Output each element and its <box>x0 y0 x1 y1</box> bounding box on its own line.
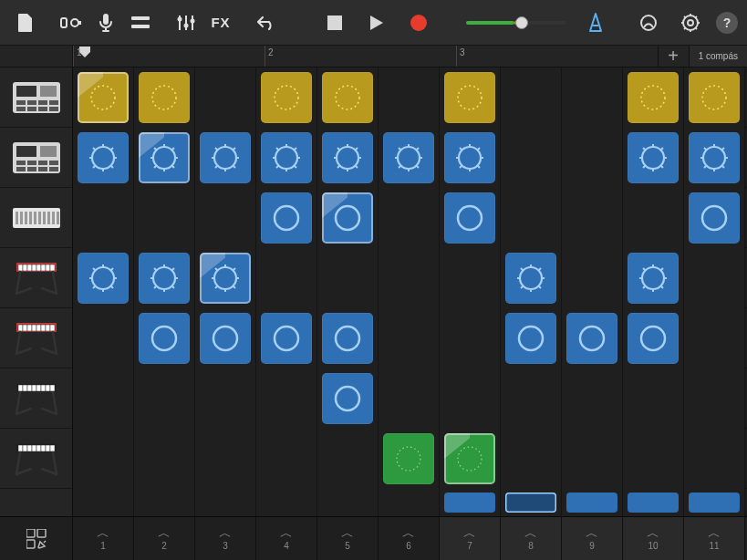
loop-cell[interactable] <box>444 132 495 183</box>
loop-cell[interactable] <box>261 192 312 244</box>
grid-cell[interactable] <box>562 248 623 308</box>
grid-cell[interactable] <box>317 248 379 308</box>
loop-cell[interactable] <box>444 433 495 484</box>
grid-cell[interactable] <box>684 128 745 188</box>
grid-cell[interactable] <box>379 308 440 368</box>
loop-cell[interactable] <box>628 72 679 123</box>
loop-cell[interactable] <box>444 192 495 244</box>
grid-cell[interactable] <box>134 128 195 188</box>
grid-cell[interactable] <box>562 489 623 516</box>
play-button[interactable] <box>360 6 393 39</box>
loop-cell[interactable] <box>566 313 617 364</box>
loop-cell[interactable] <box>322 72 373 123</box>
grid-cell[interactable] <box>73 67 134 128</box>
loop-cell[interactable] <box>689 132 740 183</box>
mixer-button[interactable] <box>170 6 202 39</box>
grid-cell[interactable] <box>195 248 256 308</box>
grid-cell[interactable] <box>195 188 256 248</box>
column-trigger[interactable]: ︿4 <box>256 517 317 560</box>
loop-cell[interactable] <box>628 132 679 183</box>
grid-cell[interactable] <box>440 489 501 516</box>
column-trigger[interactable]: ︿2 <box>134 517 195 560</box>
column-trigger[interactable]: ︿9 <box>562 517 623 560</box>
help-button[interactable]: ? <box>716 12 738 34</box>
grid-cell[interactable] <box>256 188 317 248</box>
grid-cell[interactable] <box>501 248 562 308</box>
fx-button[interactable]: FX <box>204 6 237 39</box>
grid-cell[interactable] <box>73 248 134 308</box>
grid-cell[interactable] <box>684 67 745 128</box>
column-trigger[interactable]: ︿1 <box>73 517 134 560</box>
grid-cell[interactable] <box>256 67 317 128</box>
add-section-button[interactable]: + <box>658 46 689 67</box>
grid-cell[interactable] <box>195 368 256 429</box>
settings-button[interactable] <box>674 6 707 39</box>
grid-cell[interactable] <box>134 308 195 368</box>
grid-cell[interactable] <box>684 308 745 368</box>
track-header-keyboard-dark-1[interactable] <box>0 368 72 429</box>
grid-cell[interactable] <box>256 489 317 516</box>
grid-cell[interactable] <box>256 128 317 188</box>
grid-cell[interactable] <box>684 429 745 489</box>
grid-cell[interactable] <box>256 429 317 489</box>
grid-cell[interactable] <box>440 67 501 128</box>
loop-cell[interactable] <box>261 313 312 364</box>
grid-cell[interactable] <box>684 248 745 308</box>
track-header-keyboard-red-1[interactable] <box>0 248 72 308</box>
grid-cell[interactable] <box>134 368 195 429</box>
master-volume-slider[interactable] <box>466 21 566 25</box>
loop-cell[interactable] <box>505 493 556 513</box>
column-trigger[interactable]: ︿11 <box>684 517 745 560</box>
loop-cell[interactable] <box>139 72 190 123</box>
loop-cell[interactable] <box>200 313 251 364</box>
grid-cell[interactable] <box>379 489 440 516</box>
record-button[interactable] <box>402 6 435 39</box>
grid-cell[interactable] <box>73 308 134 368</box>
loop-cell[interactable] <box>261 132 312 183</box>
track-header-keyboard-red-2[interactable] <box>0 308 72 368</box>
grid-cell[interactable] <box>623 188 684 248</box>
loop-cell[interactable] <box>78 72 129 123</box>
section-length-button[interactable]: 1 compás <box>689 46 747 67</box>
loop-cell[interactable] <box>322 132 373 183</box>
grid-cell[interactable] <box>134 67 195 128</box>
column-trigger[interactable]: ︿7 <box>440 517 501 560</box>
column-trigger[interactable]: ︿6 <box>379 517 440 560</box>
column-trigger[interactable]: ︿3 <box>195 517 256 560</box>
grid-cell[interactable] <box>440 188 501 248</box>
grid-cell[interactable] <box>195 489 256 516</box>
grid-cell[interactable] <box>379 368 440 429</box>
loop-cell[interactable] <box>139 253 190 304</box>
grid-cell[interactable] <box>73 489 134 516</box>
grid-cell[interactable] <box>317 429 379 489</box>
projects-button[interactable] <box>9 6 42 39</box>
column-trigger[interactable]: ︿8 <box>501 517 562 560</box>
grid-cell[interactable] <box>501 128 562 188</box>
loop-cell[interactable] <box>383 433 434 484</box>
grid-cell[interactable] <box>440 429 501 489</box>
track-header-drum-machine-2[interactable] <box>0 128 72 188</box>
loop-cell[interactable] <box>261 72 312 123</box>
grid-cell[interactable] <box>73 429 134 489</box>
grid-cell[interactable] <box>379 429 440 489</box>
grid-cell[interactable] <box>379 248 440 308</box>
grid-cell[interactable] <box>440 248 501 308</box>
browser-button[interactable] <box>55 6 88 39</box>
loop-cell[interactable] <box>200 132 251 183</box>
loop-cell[interactable] <box>628 493 679 513</box>
grid-cell[interactable] <box>501 188 562 248</box>
grid-cell[interactable] <box>562 67 623 128</box>
grid-cell[interactable] <box>501 429 562 489</box>
loop-cell[interactable] <box>322 313 373 364</box>
loop-cell[interactable] <box>200 253 251 304</box>
loop-cell[interactable] <box>505 313 556 364</box>
grid-cell[interactable] <box>501 67 562 128</box>
grid-cell[interactable] <box>623 248 684 308</box>
grid-cell[interactable] <box>623 308 684 368</box>
grid-cell[interactable] <box>317 489 379 516</box>
grid-cell[interactable] <box>623 128 684 188</box>
bar-ruler[interactable]: 1 2 3 <box>73 46 658 67</box>
loop-browser-button[interactable] <box>632 6 665 39</box>
stop-button[interactable] <box>318 6 351 39</box>
grid-cell[interactable] <box>256 248 317 308</box>
